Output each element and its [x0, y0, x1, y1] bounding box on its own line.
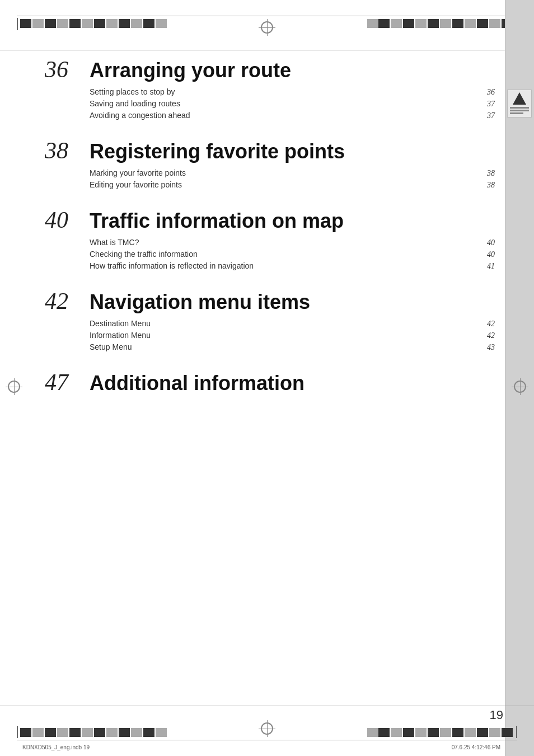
section-title-36: Arranging your route — [90, 59, 291, 82]
entry-page: 38 — [478, 169, 495, 178]
bottom-crosshair-icon — [261, 722, 273, 735]
toc-entry: What is TMC? 40 — [90, 238, 495, 247]
entry-page: 37 — [478, 100, 495, 109]
toc-entry: Saving and loading routes 37 — [90, 99, 495, 109]
top-border — [0, 0, 534, 50]
entry-page: 36 — [478, 88, 495, 97]
entry-page: 41 — [478, 262, 495, 271]
footer-left-text: KDNXD505_J_eng.indb 19 — [22, 744, 90, 750]
toc-heading-row-47: 47 Additional information — [45, 369, 495, 396]
entry-label: Setup Menu — [90, 342, 132, 351]
entry-page: 42 — [478, 331, 495, 340]
section-number-36: 36 — [45, 56, 90, 83]
toc-entry: Checking the traffic information 40 — [90, 250, 495, 259]
bottom-inner-line — [17, 740, 517, 740]
toc-entries-38: Marking your favorite points 38 Editing … — [90, 168, 495, 190]
section-number-42: 42 — [45, 288, 90, 314]
toc-section-38: 38 Registering favorite points Marking y… — [45, 137, 495, 190]
entry-label: What is TMC? — [90, 238, 139, 247]
entry-label: Marking your favorite points — [90, 168, 186, 177]
entry-page: 40 — [478, 250, 495, 259]
toc-section-36: 36 Arranging your route Setting places t… — [45, 56, 495, 120]
toc-entry: Marking your favorite points 38 — [90, 168, 495, 178]
entry-label: Setting places to stop by — [90, 87, 175, 96]
toc-entry: How traffic information is reflected in … — [90, 261, 495, 271]
right-crosshair-icon — [514, 381, 526, 393]
entry-label: Information Menu — [90, 331, 151, 340]
bottom-checker-right — [357, 728, 514, 737]
checker-right — [357, 19, 514, 28]
bottom-bar-left — [17, 726, 18, 738]
toc-entry: Editing your favorite points 38 — [90, 180, 495, 190]
toc-heading-row-38: 38 Registering favorite points — [45, 137, 495, 164]
section-number-38: 38 — [45, 137, 90, 164]
section-number-40: 40 — [45, 206, 90, 233]
toc-section-42: 42 Navigation menu items Destination Men… — [45, 288, 495, 352]
entry-label: Avoiding a congestion ahead — [90, 111, 190, 120]
toc-heading-row-42: 42 Navigation menu items — [45, 288, 495, 314]
section-title-40: Traffic information on map — [90, 209, 344, 233]
bottom-border: KDNXD505_J_eng.indb 19 07.6.25 4:12:46 P… — [0, 706, 534, 756]
toc-entry: Setup Menu 43 — [90, 342, 495, 352]
toc-entry: Setting places to stop by 36 — [90, 87, 495, 97]
bottom-checker-left — [20, 728, 177, 737]
right-sidebar — [505, 0, 534, 756]
entry-page: 43 — [478, 343, 495, 352]
footer-right-text: 07.6.25 4:12:46 PM — [452, 744, 500, 750]
toc-entries-36: Setting places to stop by 36 Saving and … — [90, 87, 495, 120]
entry-page: 42 — [478, 320, 495, 328]
toc-entries-42: Destination Menu 42 Information Menu 42 … — [90, 319, 495, 352]
entry-label: Checking the traffic information — [90, 250, 198, 259]
entry-label: Editing your favorite points — [90, 180, 182, 189]
main-content: 36 Arranging your route Setting places t… — [45, 56, 495, 700]
section-number-47: 47 — [45, 369, 90, 396]
top-bar-left — [17, 18, 18, 30]
entry-label: Destination Menu — [90, 319, 151, 328]
top-crosshair-icon — [261, 21, 273, 34]
entry-page: 37 — [478, 111, 495, 120]
bottom-bar-right — [516, 726, 517, 738]
entry-page: 40 — [478, 238, 495, 247]
toc-section-40: 40 Traffic information on map What is TM… — [45, 206, 495, 271]
toc-entry: Avoiding a congestion ahead 37 — [90, 111, 495, 120]
toc-entry: Information Menu 42 — [90, 331, 495, 340]
nav-icon-box — [507, 90, 532, 118]
nav-triangle-icon — [513, 92, 526, 105]
toc-section-47: 47 Additional information — [45, 369, 495, 396]
section-title-38: Registering favorite points — [90, 140, 345, 163]
section-title-42: Navigation menu items — [90, 290, 310, 314]
checker-left — [20, 19, 177, 28]
entry-page: 38 — [478, 181, 495, 190]
entry-label: How traffic information is reflected in … — [90, 261, 254, 270]
entry-label: Saving and loading routes — [90, 99, 180, 108]
left-crosshair-icon — [8, 381, 20, 393]
toc-entry: Destination Menu 42 — [90, 319, 495, 328]
top-inner-line — [17, 16, 517, 16]
toc-heading-row-40: 40 Traffic information on map — [45, 206, 495, 233]
toc-entries-40: What is TMC? 40 Checking the traffic inf… — [90, 238, 495, 271]
section-title-47: Additional information — [90, 372, 305, 395]
toc-heading-row-36: 36 Arranging your route — [45, 56, 495, 83]
